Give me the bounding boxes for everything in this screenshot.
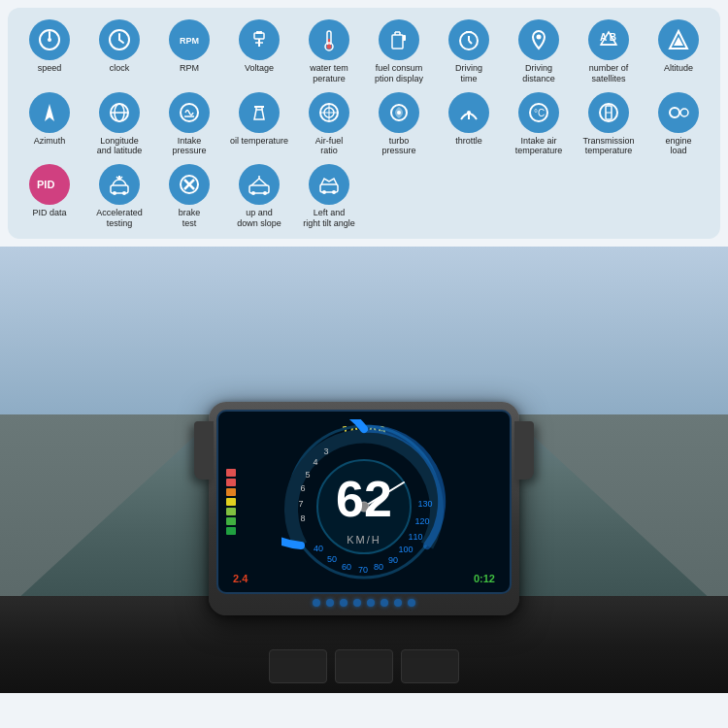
feature-engine-load: engineload	[645, 90, 712, 159]
feature-throttle: throttle	[435, 90, 503, 159]
svg-point-57	[113, 191, 116, 195]
pid-label: PID data	[32, 208, 66, 218]
feature-pid: PID PID data	[16, 162, 83, 231]
feature-voltage: Voltage	[225, 17, 293, 86]
led-5	[367, 599, 375, 607]
driving-time-label: Drivingtime	[455, 63, 482, 84]
vent-center	[335, 649, 393, 683]
intake-air-icon: °C	[518, 92, 559, 133]
svg-text:130: 130	[417, 499, 432, 509]
svg-point-44	[397, 111, 401, 115]
svg-text:110: 110	[408, 532, 422, 542]
feature-altitude: Altitude	[645, 17, 712, 86]
speedometer-container: 130 120 110 100 90 80 70 60 50 40 8 7 6	[218, 412, 510, 592]
svg-line-5	[119, 40, 123, 43]
feature-intake-air: °C Intake airtemperature	[505, 90, 573, 159]
svg-rect-7	[254, 33, 264, 39]
feature-longitude: Longitudeand latitude	[85, 90, 153, 159]
oil-temp-icon	[239, 92, 280, 133]
air-fuel-icon	[309, 92, 349, 133]
throttle-icon	[448, 92, 489, 133]
clock-icon	[99, 19, 140, 60]
svg-text:120: 120	[414, 516, 429, 526]
transmission-icon	[588, 92, 629, 133]
svg-rect-16	[392, 35, 403, 49]
svg-point-66	[251, 191, 255, 195]
feature-accel-test: Acceleratedtesting	[85, 162, 153, 231]
voltage-icon	[239, 19, 280, 60]
rpm-label: RPM	[180, 63, 199, 74]
led-8	[408, 599, 415, 607]
feature-panel: speed clock RPM RPM Voltage water temper…	[8, 8, 720, 239]
feature-intake-pressure: Intakepressure	[155, 90, 223, 159]
satellites-icon: A B	[588, 19, 629, 60]
feature-driving-time: Drivingtime	[435, 17, 503, 86]
bottom-stats: 2.4 0:12	[218, 573, 510, 584]
engine-load-label: engineload	[665, 136, 691, 157]
svg-text:RPM: RPM	[180, 36, 199, 46]
svg-text:4: 4	[313, 457, 317, 467]
turbo-label: turbopressure	[381, 136, 415, 157]
feature-driving-distance: Drivingdistance	[505, 17, 573, 86]
svg-rect-8	[256, 31, 259, 34]
fuel-label: fuel consumption display	[375, 63, 423, 84]
feature-speed: speed	[16, 17, 83, 86]
turbo-icon	[379, 92, 419, 133]
feature-rpm: RPM RPM	[155, 17, 223, 86]
svg-point-15	[327, 45, 332, 50]
dashboard-vents	[269, 649, 459, 683]
feature-water-temp: water temperature	[295, 17, 363, 86]
svg-text:100: 100	[398, 545, 413, 554]
led-2	[326, 599, 334, 607]
svg-point-53	[680, 109, 688, 116]
engine-load-icon	[658, 92, 699, 133]
throttle-label: throttle	[455, 136, 482, 147]
svg-point-52	[670, 108, 679, 117]
intake-pressure-label: Intakepressure	[172, 136, 206, 157]
svg-point-46	[467, 111, 471, 115]
longitude-icon	[99, 92, 140, 133]
speed-number: 62	[336, 470, 392, 528]
svg-rect-9	[259, 31, 262, 34]
brake-test-icon	[169, 164, 210, 205]
speed-unit: KM/H	[347, 534, 381, 546]
tilt-icon	[309, 164, 349, 205]
air-fuel-label: Air-fuelratio	[315, 136, 344, 157]
driving-distance-icon	[518, 19, 559, 60]
feature-oil-temp: oil temperature	[225, 90, 293, 159]
svg-point-25	[537, 35, 542, 40]
feature-air-fuel: Air-fuelratio	[295, 90, 363, 159]
vent-right	[401, 649, 459, 683]
feature-brake-test: braketest	[155, 162, 223, 231]
led-row	[216, 599, 512, 607]
hud-device: 10:00	[209, 402, 519, 635]
device-screen: 10:00	[216, 410, 512, 594]
transmission-label: Transmissiontemperature	[582, 136, 634, 157]
svg-text:40: 40	[314, 544, 323, 553]
satellites-label: number ofsatellites	[589, 63, 629, 84]
led-3	[340, 599, 347, 607]
svg-text:80: 80	[374, 562, 383, 572]
slope-label: up anddown slope	[237, 208, 281, 229]
speed-icon	[29, 19, 70, 60]
fuel-icon	[379, 19, 419, 60]
feature-slope: up anddown slope	[225, 162, 293, 231]
svg-text:90: 90	[388, 555, 398, 565]
svg-text:6: 6	[300, 483, 305, 493]
svg-text:5: 5	[305, 470, 310, 480]
accel-test-label: Acceleratedtesting	[96, 208, 143, 229]
vent-left	[269, 649, 327, 683]
feature-turbo: turbopressure	[365, 90, 433, 159]
oil-temp-label: oil temperature	[230, 136, 288, 147]
car-display-section: 10:00	[0, 247, 728, 693]
tilt-label: Left andright tilt angle	[303, 208, 355, 229]
svg-marker-31	[45, 104, 54, 121]
svg-point-58	[122, 191, 126, 195]
svg-text:°C: °C	[534, 108, 545, 118]
led-7	[394, 599, 402, 607]
intake-air-label: Intake airtemperature	[515, 136, 563, 157]
svg-rect-20	[403, 35, 406, 41]
svg-point-70	[322, 190, 326, 194]
pid-icon: PID	[29, 164, 70, 205]
driving-distance-label: Drivingdistance	[522, 63, 555, 84]
